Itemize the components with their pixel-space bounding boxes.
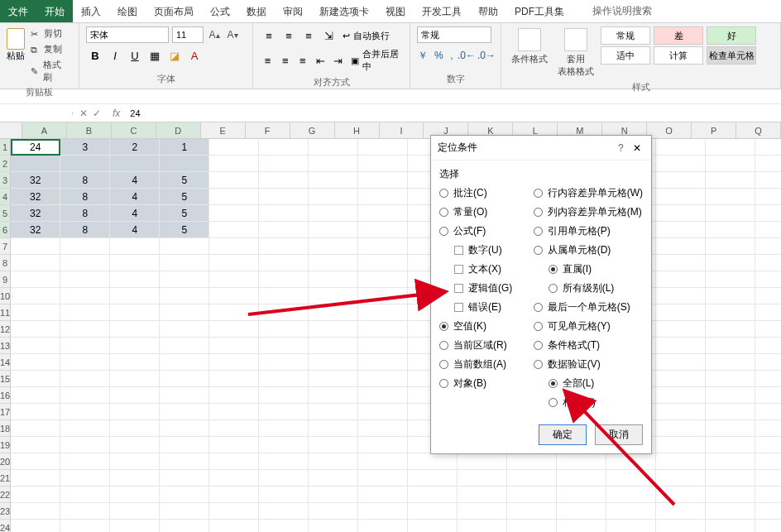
cell[interactable] [160,503,209,520]
conditional-format-button[interactable]: 条件格式 [508,26,551,67]
cell[interactable] [11,453,60,470]
cell[interactable] [458,520,507,532]
cell[interactable] [259,288,309,304]
cell[interactable] [110,503,160,520]
cell[interactable] [259,420,309,437]
cell[interactable] [11,387,60,404]
cell[interactable] [656,189,706,205]
cell[interactable] [408,486,458,503]
cell[interactable] [408,453,458,470]
cell[interactable] [110,486,160,503]
cell[interactable] [755,288,781,304]
cell[interactable] [706,255,755,271]
cell[interactable] [309,172,358,189]
row-header-9[interactable]: 9 [0,271,11,288]
cell[interactable]: 3 [60,139,110,156]
cell[interactable] [11,503,60,520]
cell[interactable] [160,486,209,503]
cell[interactable] [60,304,110,321]
cell[interactable]: 8 [60,205,110,222]
cell[interactable]: 32 [11,189,60,205]
cell[interactable] [309,288,358,304]
cell[interactable] [358,321,408,338]
cell[interactable] [706,404,755,420]
cell[interactable] [358,222,408,238]
cell[interactable] [706,222,755,238]
decrease-decimal-button[interactable]: .0→ [479,48,494,63]
cell[interactable]: 4 [110,205,160,222]
cell[interactable] [309,338,358,354]
cell[interactable] [309,437,358,453]
style-calculation[interactable]: 计算 [654,46,703,65]
cell[interactable] [209,420,259,437]
cell[interactable] [606,453,656,470]
cell[interactable] [259,437,309,453]
cell[interactable] [706,437,755,453]
border-button[interactable]: ▦ [146,46,164,65]
cell[interactable] [309,189,358,205]
row-header-18[interactable]: 18 [0,420,11,437]
cell[interactable] [408,503,458,520]
style-bad[interactable]: 差 [654,26,703,45]
cell[interactable] [60,238,110,255]
italic-button[interactable]: I [106,46,124,65]
cell[interactable] [209,371,259,387]
tab-layout[interactable]: 页面布局 [146,0,202,22]
cell[interactable] [259,404,309,420]
cell[interactable] [755,354,781,371]
cell[interactable]: 32 [11,205,60,222]
cell[interactable] [160,520,209,532]
cell[interactable] [110,420,160,437]
increase-decimal-button[interactable]: .0← [459,48,474,63]
cell[interactable] [60,437,110,453]
cell[interactable] [11,354,60,371]
row-header-1[interactable]: 1 [0,139,11,156]
cell[interactable] [110,520,160,532]
cell[interactable] [209,404,259,420]
cell[interactable] [408,520,458,532]
cell[interactable] [110,288,160,304]
cell[interactable] [11,321,60,338]
cell[interactable] [656,288,706,304]
cell[interactable] [309,255,358,271]
cell[interactable] [259,172,309,189]
cell[interactable]: 5 [160,189,209,205]
cell[interactable] [160,156,209,172]
align-left-button[interactable]: ≡ [260,51,276,69]
dialog-option[interactable]: 引用单元格(P) [534,224,643,238]
cell[interactable]: 5 [160,205,209,222]
tab-insert[interactable]: 插入 [73,0,109,22]
cell[interactable] [557,503,606,520]
col-header-C[interactable]: C [112,122,156,138]
cell[interactable] [309,271,358,288]
cell[interactable] [309,156,358,172]
cell[interactable] [309,503,358,520]
cell[interactable] [656,255,706,271]
cell[interactable] [160,437,209,453]
cell[interactable] [259,387,309,404]
row-header-15[interactable]: 15 [0,371,11,387]
cell[interactable] [160,387,209,404]
cell[interactable] [358,189,408,205]
cell[interactable] [358,354,408,371]
cell[interactable] [755,486,781,503]
col-header-E[interactable]: E [201,122,246,138]
row-header-12[interactable]: 12 [0,321,11,338]
cell[interactable] [160,321,209,338]
cell[interactable] [755,271,781,288]
dialog-option[interactable]: 文本(X) [439,262,534,276]
cell[interactable] [160,288,209,304]
dialog-option[interactable]: 对象(B) [439,376,534,391]
cell[interactable] [755,139,781,156]
col-header-F[interactable]: F [246,122,290,138]
tab-draw[interactable]: 绘图 [109,0,146,22]
dialog-option[interactable]: 数字(U) [439,243,534,257]
cell[interactable] [11,470,60,486]
cell[interactable] [11,288,60,304]
format-painter-button[interactable]: ✎格式刷 [28,58,72,84]
cell[interactable] [11,437,60,453]
cell[interactable] [259,354,309,371]
cell[interactable] [11,304,60,321]
cell[interactable] [706,271,755,288]
cell[interactable] [60,156,110,172]
